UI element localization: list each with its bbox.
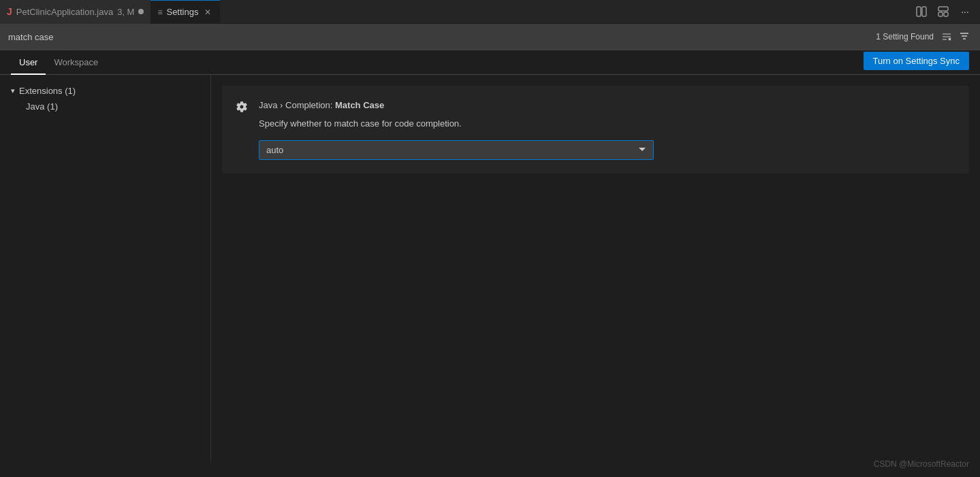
chevron-down-icon: ▾: [11, 86, 15, 95]
tab-workspace[interactable]: Workspace: [46, 50, 106, 74]
tab-user-label: User: [19, 57, 37, 67]
settings-tabs-left: User Workspace: [11, 50, 106, 74]
svg-rect-1: [922, 7, 926, 16]
setting-content: Java › Completion: Match Case Specify wh…: [259, 99, 955, 160]
search-actions: [939, 29, 972, 44]
svg-rect-3: [938, 12, 943, 16]
toggle-layout-button[interactable]: [934, 2, 953, 21]
gear-icon: [236, 101, 248, 113]
tab-settings[interactable]: ≡ Settings ✕: [151, 0, 220, 24]
setting-name: Match Case: [335, 100, 384, 110]
sidebar-extensions-label: Extensions (1): [19, 86, 76, 96]
tab-close-button[interactable]: ✕: [202, 7, 213, 18]
tab-bar: J PetClinicApplication.java 3, M ≡ Setti…: [0, 0, 980, 24]
sidebar-java-label: Java (1): [26, 101, 58, 112]
svg-rect-0: [917, 7, 921, 16]
setting-path: Java › Completion:: [259, 100, 335, 110]
svg-rect-2: [938, 7, 948, 11]
clear-search-icon: [941, 31, 952, 42]
search-input[interactable]: match case: [8, 32, 870, 42]
settings-panel: Java › Completion: Match Case Specify wh…: [211, 75, 980, 462]
tab-bar-actions: ···: [912, 2, 980, 21]
setting-row-match-case: Java › Completion: Match Case Specify wh…: [222, 86, 969, 174]
java-icon: J: [7, 6, 12, 17]
tab-petclinic-label: PetClinicApplication.java: [16, 7, 113, 17]
filter-button[interactable]: [957, 29, 972, 44]
tab-workspace-label: Workspace: [54, 57, 98, 67]
tab-settings-label: Settings: [166, 7, 198, 17]
tab-modified-dot: [138, 9, 144, 14]
clear-search-button[interactable]: [939, 29, 954, 44]
setting-title: Java › Completion: Match Case: [259, 99, 955, 112]
settings-icon: ≡: [157, 7, 162, 17]
split-editor-button[interactable]: [912, 2, 931, 21]
more-actions-button[interactable]: ···: [955, 2, 975, 21]
setting-gear-icon[interactable]: [236, 101, 248, 160]
tab-user[interactable]: User: [11, 50, 46, 74]
settings-tabs-row: User Workspace Turn on Settings Sync: [0, 50, 980, 75]
search-results-count: 1 Setting Found: [876, 32, 934, 42]
layout-icon: [938, 6, 949, 17]
sidebar-extensions-header[interactable]: ▾ Extensions (1): [0, 83, 210, 99]
setting-description: Specify whether to match case for code c…: [259, 117, 955, 131]
filter-icon: [959, 31, 970, 42]
tab-petclinic-suffix: 3, M: [117, 7, 134, 17]
sidebar: ▾ Extensions (1) Java (1): [0, 75, 211, 462]
svg-rect-4: [944, 12, 948, 16]
main-content: ▾ Extensions (1) Java (1) Java › Complet…: [0, 75, 980, 462]
search-bar: match case 1 Setting Found: [0, 24, 980, 50]
split-editor-icon: [916, 6, 927, 17]
tab-petclinic[interactable]: J PetClinicApplication.java 3, M: [0, 0, 151, 24]
more-icon: ···: [961, 6, 969, 17]
setting-select[interactable]: auto on off: [259, 140, 654, 160]
sidebar-extensions-group: ▾ Extensions (1) Java (1): [0, 80, 210, 117]
sidebar-item-java[interactable]: Java (1): [0, 99, 210, 114]
turn-on-sync-button[interactable]: Turn on Settings Sync: [864, 52, 969, 70]
watermark: CSDN @MicrosoftReactor: [874, 459, 969, 469]
